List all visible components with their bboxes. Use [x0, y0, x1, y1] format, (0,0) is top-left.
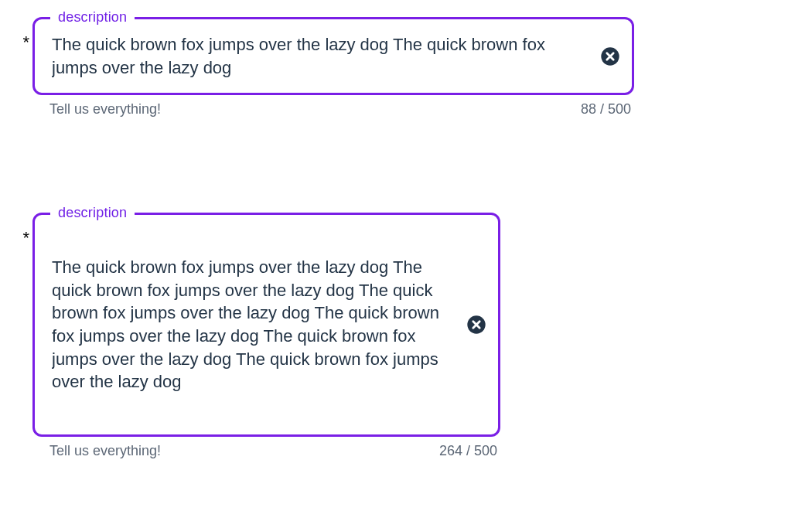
clear-button[interactable]: [599, 46, 621, 67]
description-textarea[interactable]: The quick brown fox jumps over the lazy …: [52, 256, 455, 393]
required-marker: *: [17, 230, 32, 247]
textarea-outline: description The quick brown fox jumps ov…: [32, 17, 634, 95]
textarea-outline: description The quick brown fox jumps ov…: [32, 213, 500, 437]
close-circle-icon: [599, 46, 621, 67]
field-label: description: [50, 206, 135, 220]
helper-text: Tell us everything!: [49, 443, 161, 459]
required-marker: *: [17, 34, 32, 51]
field-container: description The quick brown fox jumps ov…: [32, 17, 634, 118]
close-circle-icon: [466, 314, 487, 336]
helper-text: Tell us everything!: [49, 101, 161, 118]
helper-row: Tell us everything! 264 / 500: [32, 443, 500, 459]
field-container: description The quick brown fox jumps ov…: [32, 213, 500, 459]
description-field-2: * description The quick brown fox jumps …: [17, 213, 500, 459]
char-counter: 88 / 500: [581, 101, 631, 118]
char-counter: 264 / 500: [439, 443, 497, 459]
helper-row: Tell us everything! 88 / 500: [32, 101, 634, 118]
clear-button[interactable]: [466, 314, 487, 336]
field-label: description: [50, 10, 135, 24]
description-field-1: * description The quick brown fox jumps …: [17, 17, 634, 118]
description-textarea[interactable]: The quick brown fox jumps over the lazy …: [52, 33, 589, 79]
